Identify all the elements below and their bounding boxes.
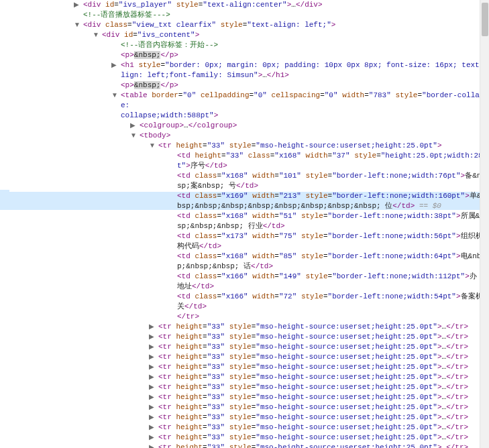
expand-arrow-icon[interactable]: ▶ (149, 343, 156, 350)
vertical-scrollbar[interactable] (480, 0, 489, 448)
dom-node-tr[interactable]: ▶<tr height="33" style="mso-height-sourc… (149, 372, 489, 382)
dom-node-td[interactable]: <td class="x173" width="75" style="borde… (168, 231, 489, 251)
dom-node-comment[interactable]: <!--语音内容标签：开始--> (111, 40, 489, 50)
dom-node-tr[interactable]: ▶<tr height="33" style="mso-height-sourc… (149, 412, 489, 423)
dom-node-tr-close[interactable]: </tr> (168, 312, 489, 322)
expand-arrow-icon[interactable]: ▶ (149, 353, 156, 360)
dom-node-tr[interactable]: ▶<tr height="33" style="mso-height-sourc… (149, 423, 489, 433)
dom-node-td[interactable]: <td class="x168" width="101" style="bord… (168, 171, 489, 191)
dom-node-td[interactable]: <td class="x166" width="72" style="borde… (168, 292, 489, 312)
expand-arrow-icon[interactable]: ▶ (149, 444, 156, 448)
dom-node-td[interactable]: <td class="x166" width="149" style="bord… (168, 272, 489, 292)
dom-node-td-selected[interactable]: <td class="x169" width="213" style="bord… (168, 191, 489, 211)
expand-arrow-icon[interactable]: ▶ (149, 424, 156, 431)
dom-node-tr[interactable]: ▶<tr height="33" style="mso-height-sourc… (149, 392, 489, 402)
dom-node-tr[interactable]: ▶<tr height="33" style="mso-height-sourc… (149, 433, 489, 443)
expand-arrow-icon[interactable]: ▼ (130, 132, 137, 139)
dom-node-comment[interactable]: <!--语音播放器标签---> (74, 10, 489, 20)
dom-node-tr[interactable]: ▶<tr height="33" style="mso-height-sourc… (149, 402, 489, 412)
expand-arrow-icon[interactable]: ▶ (149, 384, 156, 390)
expand-arrow-icon[interactable]: ▶ (149, 323, 156, 330)
dom-node-div-ivs-player[interactable]: ▶ /*placeholder*/ <div id="ivs_player" s… (74, 0, 489, 10)
dom-node-p[interactable]: <p>&nbsp;</p> (111, 80, 489, 91)
expand-arrow-icon[interactable]: ▶ (111, 62, 118, 68)
comment-text: <!--语音内容标签：开始--> (121, 41, 218, 49)
dom-node-tr[interactable]: ▶<tr height="33" style="mso-height-sourc… (149, 322, 489, 332)
dom-node-tr[interactable]: ▶<tr height="33" style="mso-height-sourc… (149, 443, 489, 448)
dom-node-p[interactable]: <p>&nbsp;</p> (111, 50, 489, 60)
expand-arrow-icon[interactable]: ▶ (149, 363, 156, 370)
dom-node-td[interactable]: <td class="x168" width="85" style="borde… (168, 251, 489, 272)
expand-arrow-icon[interactable]: ▼ (93, 32, 99, 38)
dom-node-td[interactable]: <td height="33" class="x168" width="37" … (168, 151, 489, 171)
devtools-elements-panel: … ▶ /*placeholder*/ <div id="ivs_player"… (0, 0, 489, 448)
dom-node-tbody[interactable]: ▼ <tbody> ▼ <tr height="33" style="mso-h… (130, 131, 489, 448)
dom-node-tr[interactable]: ▶<tr height="33" style="mso-height-sourc… (149, 362, 489, 372)
expand-arrow-icon[interactable]: ▼ (111, 92, 118, 99)
dom-node-h1[interactable]: ▶ <h1 style="border: 0px; margin: 0px; p… (111, 60, 489, 80)
dom-node-tr[interactable]: ▶<tr height="33" style="mso-height-sourc… (149, 342, 489, 352)
expand-arrow-icon[interactable]: ▼ (149, 142, 156, 149)
scrollbar-thumb[interactable] (482, 3, 488, 36)
dom-node-colgroup[interactable]: ▶ <colgroup>…</colgroup> (130, 121, 489, 131)
dom-node-div-ivs-content[interactable]: ▼ <div id="ivs_content"> <!--语音内容标签：开始--… (93, 30, 489, 448)
dom-node-table[interactable]: ▼ <table border="0" cellpadding="0" cell… (111, 91, 489, 448)
dom-node-tr[interactable]: ▼ <tr height="33" style="mso-height-sour… (149, 141, 489, 322)
expand-arrow-icon[interactable]: ▼ (74, 21, 80, 28)
comment-text: <!--语音播放器标签---> (83, 11, 170, 19)
dom-node-div-view-txt[interactable]: ▼ <div class="view_txt clearfix" style="… (74, 20, 489, 448)
expand-arrow-icon[interactable]: ▶ (149, 374, 156, 380)
expand-arrow-icon[interactable]: ▶ (149, 414, 156, 421)
expand-arrow-icon[interactable]: ▶ (149, 394, 156, 400)
dom-node-tr[interactable]: ▶<tr height="33" style="mso-height-sourc… (149, 352, 489, 362)
dom-node-td[interactable]: <td class="x168" width="51" style="borde… (168, 211, 489, 231)
expand-arrow-icon[interactable]: ▶ (149, 434, 156, 441)
expand-arrow-icon[interactable]: ▶ (74, 1, 80, 8)
expand-arrow-icon[interactable]: ▶ (149, 404, 156, 410)
expand-arrow-icon[interactable]: ▶ (149, 333, 156, 340)
expand-arrow-icon[interactable]: ▶ (130, 122, 137, 129)
dom-node-tr[interactable]: ▶<tr height="33" style="mso-height-sourc… (149, 332, 489, 342)
dom-node-tr[interactable]: ▶<tr height="33" style="mso-height-sourc… (149, 382, 489, 392)
